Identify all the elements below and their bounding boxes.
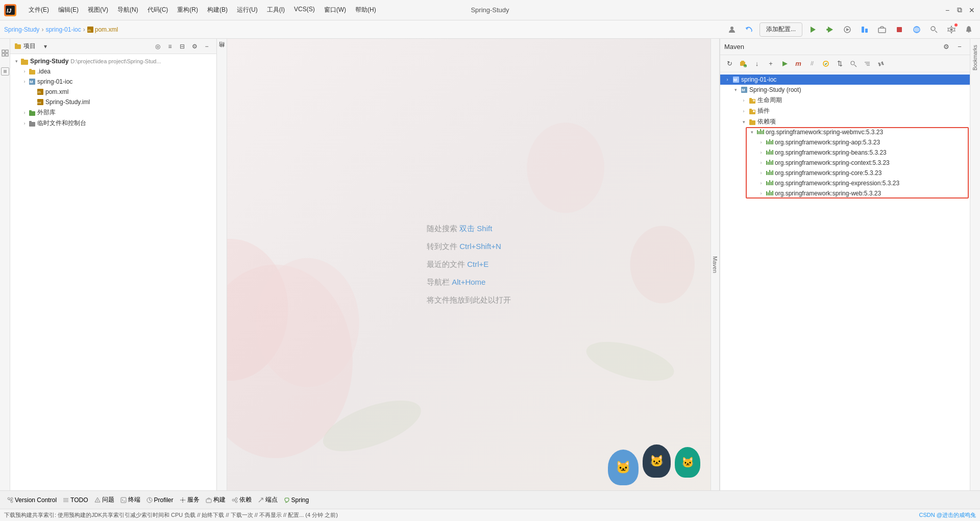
tab-build[interactable]: 构建 <box>203 491 229 509</box>
tree-item-temp-files[interactable]: › 临时文件和控制台 <box>10 118 216 129</box>
notifications-button[interactable] <box>962 22 976 37</box>
breadcrumb-project[interactable]: Spring-Study <box>4 26 39 33</box>
browser-button[interactable] <box>910 22 924 37</box>
breadcrumb-module[interactable]: spring-01-ioc <box>45 26 81 33</box>
maven-dep-aop[interactable]: › org.springframework:spring-aop:5.3.23 <box>720 137 970 147</box>
maven-dep-context[interactable]: › org.springframework:spring-context:5.3… <box>720 158 970 168</box>
maven-tree-dependencies[interactable]: ▾ 依赖项 <box>720 116 970 127</box>
maven-context-label: org.springframework:spring-context:5.3.2… <box>775 159 890 166</box>
tab-endpoints[interactable]: 端点 <box>255 491 281 509</box>
panel-settings-btn[interactable]: ⚙ <box>189 41 200 52</box>
menu-vcs[interactable]: VCS(S) <box>290 4 319 16</box>
tab-dependencies[interactable]: 依赖 <box>229 491 255 509</box>
maven-tree-spring-study-root[interactable]: ▾ M Spring-Study (root) <box>720 85 970 95</box>
maven-settings-btn[interactable]: ⚙ <box>940 41 952 53</box>
add-config-button[interactable]: 添加配置... <box>760 22 802 37</box>
svg-text:IJ: IJ <box>7 8 12 14</box>
tree-extlibs-label: 外部库 <box>37 108 56 117</box>
menu-navigate[interactable]: 导航(N) <box>113 4 142 16</box>
panel-collapse-btn[interactable]: ⊟ <box>177 41 188 52</box>
maven-dep-core[interactable]: › org.springframework:spring-core:5.3.23 <box>720 168 970 178</box>
maven-search-btn[interactable] <box>847 58 860 70</box>
maven-add-btn[interactable]: + <box>765 58 777 70</box>
menu-run[interactable]: 运行(U) <box>233 4 262 16</box>
svg-rect-102 <box>771 182 772 185</box>
panel-expand-btn[interactable]: ≡ <box>164 41 176 52</box>
maven-dep-expression[interactable]: › org.springframework:spring-expression:… <box>720 178 970 188</box>
tab-profiler[interactable]: Profiler <box>143 491 177 509</box>
maven-vertical-label[interactable]: Maven <box>710 39 720 490</box>
tab-services[interactable]: 服务 <box>177 491 203 509</box>
undo-button[interactable] <box>742 22 756 37</box>
svg-rect-92 <box>771 161 772 165</box>
tree-root-icon <box>20 57 29 65</box>
panel-close-btn[interactable]: − <box>201 41 212 52</box>
svg-point-71 <box>753 110 755 112</box>
tree-root[interactable]: ▾ Spring-Study D:\project\idea project\S… <box>10 56 216 66</box>
maven-dep-webmvc[interactable]: ▾ org.springframework:spring-webmvc:5.3.… <box>720 127 970 137</box>
panel-dropdown-btn[interactable]: ▾ <box>40 41 51 52</box>
menu-help[interactable]: 帮助(H) <box>351 4 380 16</box>
maven-reload-btn[interactable]: ↻ <box>723 58 736 70</box>
hint-goto-text: 转到文件 <box>427 242 459 251</box>
tree-item-external-libs[interactable]: › 外部库 <box>10 107 216 118</box>
hint-navbar: 导航栏 Alt+Home <box>427 278 511 287</box>
structure-label[interactable]: 结构 <box>217 49 227 55</box>
user-profile-button[interactable] <box>725 22 739 37</box>
tab-spring[interactable]: Spring <box>281 491 312 509</box>
menu-tools[interactable]: 工具(I) <box>263 4 289 16</box>
tab-endpoints-label: 端点 <box>265 495 278 504</box>
panel-locate-btn[interactable]: ◎ <box>152 41 163 52</box>
tab-terminal[interactable]: 终端 <box>117 491 143 509</box>
menu-window[interactable]: 窗口(W) <box>320 4 350 16</box>
left-bar-icon-2[interactable] <box>1 67 9 76</box>
restore-button[interactable]: ⧉ <box>955 6 964 14</box>
maven-download-btn[interactable]: ↓ <box>751 58 763 70</box>
maven-tree-spring-01-ioc[interactable]: › M spring-01-ioc <box>720 75 970 85</box>
breadcrumb-file[interactable]: pom.xml <box>95 26 118 33</box>
tree-item-spring-study-iml[interactable]: › iml Spring-Study.iml <box>10 97 216 107</box>
maven-wrench-btn[interactable] <box>875 58 887 70</box>
maven-run-btn[interactable] <box>778 58 791 70</box>
menu-code[interactable]: 代码(C) <box>143 4 173 16</box>
menu-refactor[interactable]: 重构(R) <box>173 4 202 16</box>
search-everywhere-button[interactable] <box>927 22 941 37</box>
maven-dep-label: 依赖项 <box>757 117 776 126</box>
bookmarks-label[interactable]: Bookmarks <box>971 43 979 72</box>
profile-run-button[interactable] <box>840 22 854 37</box>
tab-problems[interactable]: 问题 <box>91 491 117 509</box>
tab-version-control[interactable]: Version Control <box>4 491 60 509</box>
tree-item-spring-01-ioc[interactable]: › M spring-01-ioc <box>10 77 216 87</box>
maven-expand-all-btn[interactable]: ⇅ <box>834 58 846 70</box>
tab-todo[interactable]: TODO <box>60 491 91 509</box>
maven-open-profiles-btn[interactable]: + <box>737 58 749 70</box>
maven-tree-plugins[interactable]: › 插件 <box>720 106 970 116</box>
tree-item-idea[interactable]: › .idea <box>10 66 216 77</box>
run-button[interactable] <box>805 22 820 37</box>
build-project-button[interactable] <box>875 22 889 37</box>
maven-m-btn[interactable]: m <box>792 58 804 70</box>
maven-skip-tests-btn[interactable]: // <box>806 58 818 70</box>
menu-file[interactable]: 文件(E) <box>24 4 53 16</box>
maven-tree-lifecycle[interactable]: › 生命周期 <box>720 95 970 106</box>
stop-button[interactable] <box>892 22 906 37</box>
settings-button[interactable] <box>944 22 959 37</box>
menu-view[interactable]: 视图(V) <box>84 4 112 16</box>
menu-build[interactable]: 构建(B) <box>203 4 232 16</box>
coverage-button[interactable] <box>857 22 872 37</box>
svg-line-128 <box>234 500 235 501</box>
debug-button[interactable] <box>823 22 837 37</box>
hint-goto-file: 转到文件 Ctrl+Shift+N <box>427 242 511 252</box>
maven-dep-web[interactable]: › org.springframework:spring-web:5.3.23 <box>720 188 970 199</box>
menu-edit[interactable]: 编辑(E) <box>54 4 83 16</box>
close-button[interactable]: ✕ <box>968 6 976 14</box>
maven-close-btn[interactable]: − <box>953 41 966 53</box>
tree-item-pom-xml[interactable]: › m pom.xml <box>10 87 216 97</box>
svg-point-110 <box>11 501 13 503</box>
maven-group-btn[interactable] <box>861 58 873 70</box>
maven-plugins-icon <box>749 108 756 115</box>
maven-dep-beans[interactable]: › org.springframework:spring-beans:5.3.2… <box>720 147 970 158</box>
maven-offline-btn[interactable] <box>820 58 832 70</box>
minimize-button[interactable]: − <box>943 6 951 14</box>
tree-temp-icon <box>29 120 36 127</box>
